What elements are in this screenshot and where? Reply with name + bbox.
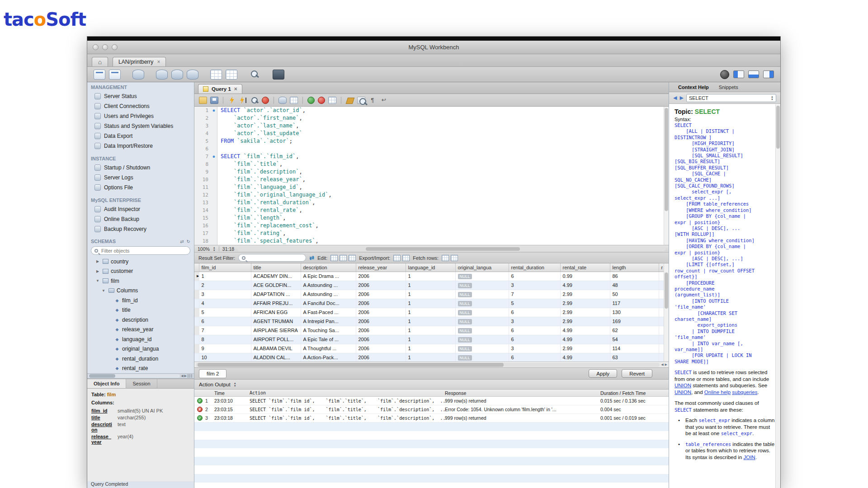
result-grid[interactable]: film_idtitledescriptionrelease_yearlangu… — [194, 263, 668, 362]
cell[interactable]: 48 — [610, 281, 659, 290]
tree-item-language-id[interactable]: ◆language_id — [87, 334, 194, 344]
scrollbar-thumb[interactable] — [89, 374, 115, 378]
help-vertical-scrollbar[interactable] — [775, 104, 780, 488]
cell[interactable]: 6 — [509, 335, 560, 344]
tab-context-help[interactable]: Context Help — [675, 84, 712, 91]
text-segment[interactable]: subqueries — [732, 389, 757, 395]
schema-tree-scrollbar[interactable]: ◀ ▶ — [87, 373, 194, 379]
cell[interactable]: NULL — [455, 344, 509, 353]
cell[interactable]: A Astounding ... — [301, 290, 356, 299]
cell[interactable]: 2006 — [356, 317, 406, 326]
cell[interactable]: 62 — [610, 326, 659, 335]
tree-item-rental-rate[interactable]: ◆rental_rate — [87, 364, 194, 374]
text-segment[interactable]: Online help — [704, 389, 731, 395]
sidebar-item-client-connections[interactable]: Client Connections — [87, 101, 194, 111]
action-output-row[interactable]: ✓323:03:18SELECT `film`.`film_id`, `film… — [194, 414, 669, 422]
help-topic-dropdown[interactable]: SELECT ▲▼ — [686, 94, 776, 102]
cell[interactable]: 54 — [610, 335, 659, 344]
export-recordset-icon[interactable] — [393, 255, 401, 261]
cell[interactable]: 2 — [199, 281, 251, 290]
cell[interactable]: 169 — [610, 317, 659, 326]
tab-object-info[interactable]: Object Info — [87, 379, 126, 388]
cell[interactable]: 2006 — [356, 353, 406, 362]
table-row[interactable]: 7AIRPLANE SIERRAA Touching Sa...20061NUL… — [194, 326, 667, 335]
stop-query-icon[interactable] — [262, 97, 269, 104]
cell[interactable]: 1 — [406, 353, 455, 362]
cell[interactable]: A Epic Drama ... — [301, 272, 356, 281]
cell[interactable]: AIRPORT POLL... — [251, 335, 301, 344]
column-header-language-id[interactable]: language_id — [406, 263, 455, 272]
cell[interactable]: 1 — [406, 326, 455, 335]
beautify-script-icon[interactable] — [346, 97, 354, 104]
sidebar-item-options-file[interactable]: Options File — [87, 183, 194, 192]
close-window-button[interactable] — [93, 44, 99, 50]
open-script-icon[interactable] — [199, 97, 207, 104]
cell[interactable]: 6 — [509, 308, 560, 317]
cell[interactable]: NULL — [455, 335, 509, 344]
cell[interactable]: 63 — [610, 353, 659, 362]
cell[interactable]: A Astounding ... — [301, 281, 356, 290]
schema-filter-input[interactable] — [100, 248, 187, 254]
cell[interactable]: A Fast-Paced ... — [301, 308, 356, 317]
result-filter-search[interactable] — [238, 254, 306, 262]
sidebar-item-backup-recovery[interactable]: Backup Recovery — [87, 224, 194, 234]
editor-line[interactable]: 9 `film`.`description`, — [194, 168, 669, 176]
cell[interactable]: ACE GOLDFIN... — [251, 281, 301, 290]
cell[interactable]: 2.99 — [560, 299, 610, 308]
table-row[interactable]: 9ALABAMA DEVILA Thoughtful ...20061NULL3… — [194, 344, 667, 353]
minimize-window-button[interactable] — [102, 44, 108, 50]
sidebar-item-server-logs[interactable]: Server Logs — [87, 173, 194, 183]
cell[interactable]: 2006 — [356, 335, 406, 344]
time-column-header[interactable]: Time — [214, 390, 250, 396]
scroll-left-icon[interactable]: ◀ — [181, 374, 183, 378]
refresh-schemas-icon[interactable]: ↻ — [187, 239, 190, 244]
sidebar-item-status-and-system-variables[interactable]: Status and System Variables — [87, 121, 194, 131]
toggle-output-panel-icon[interactable] — [748, 70, 759, 78]
cell[interactable]: 4.99 — [560, 281, 610, 290]
open-sql-script-icon[interactable] — [109, 70, 121, 80]
refresh-results-icon[interactable]: ⇄ — [309, 254, 314, 261]
scroll-right-icon[interactable]: ▶ — [184, 374, 187, 378]
cell[interactable]: 1 — [406, 272, 455, 281]
chevron-down-icon[interactable]: ▼ — [95, 279, 100, 283]
column-header-film-id[interactable]: film_id — [199, 263, 251, 272]
result-filter-input[interactable] — [248, 255, 314, 261]
cell[interactable]: 6 — [509, 272, 560, 281]
cell[interactable]: 3 — [509, 281, 560, 290]
commit-transaction-icon[interactable] — [278, 97, 287, 104]
cell[interactable]: 1 — [406, 344, 455, 353]
cell[interactable]: 117 — [610, 299, 659, 308]
cell[interactable]: ACADEMY DIN... — [251, 272, 301, 281]
cell[interactable]: 3 — [509, 317, 560, 326]
editor-line[interactable]: 13 `film`.`rental_duration`, — [194, 199, 669, 206]
editor-horizontal-scrollbar[interactable] — [237, 247, 665, 251]
table-row[interactable]: 5AFRICAN EGGA Fast-Paced ...20061NULL62.… — [194, 308, 667, 317]
editor-line[interactable]: 17 `film`.`rating`, — [194, 230, 669, 237]
duration-column-header[interactable]: Duration / Fetch Time — [600, 390, 669, 396]
cell[interactable]: 1 — [406, 308, 455, 317]
cell[interactable]: A Touching Sa... — [301, 326, 356, 335]
home-tab-button[interactable]: ⌂ — [92, 57, 108, 66]
cell[interactable]: A Epic Tale of ... — [301, 335, 356, 344]
editor-line[interactable]: 5FROM `sakila`.`actor`; — [194, 137, 669, 145]
editor-line[interactable]: 8 `film`.`title`, — [194, 160, 669, 168]
sidebar-item-online-backup[interactable]: Online Backup — [87, 214, 194, 224]
edit-current-row-icon[interactable] — [330, 255, 338, 261]
editor-line[interactable]: 14 `film`.`rental_rate`, — [194, 206, 669, 214]
toggle-sidebar-icon[interactable] — [733, 70, 744, 78]
tree-item-title[interactable]: ◆title — [87, 305, 194, 315]
connection-tab[interactable]: LAN/printberry × — [113, 57, 166, 66]
cell[interactable]: 3 — [509, 344, 560, 353]
zoom-window-button[interactable] — [112, 44, 118, 50]
scrollbar-track[interactable] — [88, 374, 180, 378]
cell[interactable]: NULL — [455, 281, 509, 290]
cell[interactable]: 10 — [199, 353, 251, 362]
action-output-stepper-icon[interactable]: ▲▼ — [234, 382, 236, 387]
find-in-script-icon[interactable] — [357, 97, 365, 104]
result-tab-film2[interactable]: film 2 — [199, 369, 226, 378]
grid-vertical-scrollbar[interactable] — [664, 263, 669, 361]
editor-vertical-scrollbar[interactable] — [664, 107, 669, 245]
create-table-icon[interactable] — [210, 70, 222, 80]
table-row[interactable]: ▶1ACADEMY DIN...A Epic Drama ...20061NUL… — [194, 272, 667, 281]
action-output-row[interactable]: ✓123:03:10SELECT `film`.`film_id`, `film… — [194, 397, 669, 405]
